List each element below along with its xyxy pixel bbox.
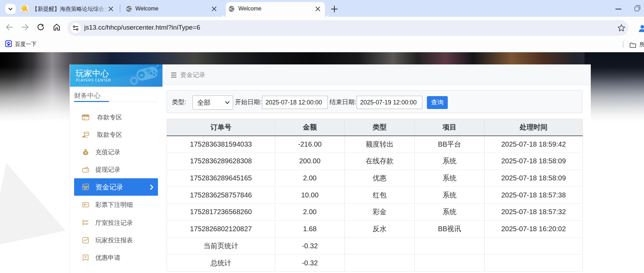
svg-text:¥: ¥: [85, 187, 86, 189]
svg-text:¥: ¥: [85, 151, 87, 155]
svg-text:¥: ¥: [85, 255, 87, 259]
